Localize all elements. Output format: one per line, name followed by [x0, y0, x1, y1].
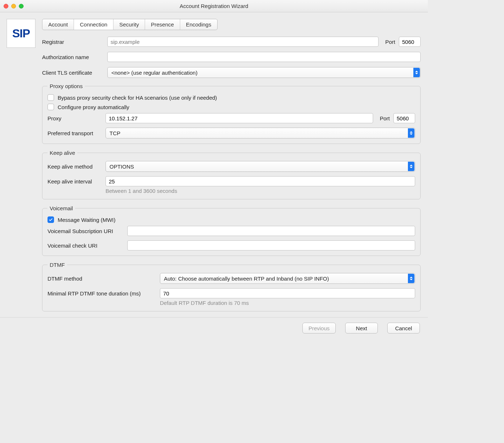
keepalive-method-select[interactable]: OPTIONS — [106, 161, 415, 172]
hint-dtmf: Default RTP DTMF duration is 70 ms — [160, 300, 415, 306]
proxy-port-input[interactable] — [393, 113, 415, 123]
row-auto-proxy: Configure proxy automatically — [47, 104, 415, 110]
label-tls: Client TLS certificate — [42, 70, 104, 76]
keepalive-method-value: OPTIONS — [110, 163, 134, 170]
label-keepalive-interval: Keep alive interval — [47, 178, 102, 185]
row-dtmf-tone: Minimal RTP DTMF tone duration (ms) — [47, 288, 415, 298]
proxy-input[interactable] — [106, 113, 373, 123]
checkbox-mwi[interactable] — [47, 216, 54, 223]
dropdown-stepper-icon — [408, 162, 414, 171]
footer: Previous Next Cancel — [0, 317, 428, 341]
dtmf-tone-input[interactable] — [160, 288, 415, 298]
group-voicemail: Voicemail Message Waiting (MWI) Voicemai… — [42, 205, 421, 256]
label-proxy-port: Port — [380, 115, 390, 121]
keepalive-interval-input[interactable] — [106, 176, 415, 186]
form-area: Registrar Port Authorization name Client… — [42, 37, 421, 311]
legend-voicemail: Voicemail — [47, 205, 75, 211]
tab-account[interactable]: Account — [42, 19, 74, 30]
group-proxy-options: Proxy options Bypass proxy security chec… — [42, 83, 421, 144]
previous-button[interactable]: Previous — [302, 323, 336, 334]
dropdown-stepper-icon — [408, 274, 414, 283]
checkbox-auto-proxy[interactable] — [47, 104, 54, 110]
dtmf-method-select[interactable]: Auto: Choose automatically between RTP a… — [160, 273, 415, 284]
row-keepalive-method: Keep alive method OPTIONS — [47, 161, 415, 172]
legend-dtmf: DTMF — [47, 262, 67, 268]
row-keepalive-interval: Keep alive interval — [47, 176, 415, 186]
dropdown-stepper-icon — [408, 128, 414, 138]
group-keepalive: Keep alive Keep alive method OPTIONS Kee… — [42, 150, 421, 199]
window-title: Account Registration Wizard — [4, 3, 424, 9]
row-bypass: Bypass proxy security check for HA scena… — [47, 94, 415, 101]
label-registrar: Registrar — [42, 39, 104, 45]
tls-select[interactable]: <none> (use regular authentication) — [107, 67, 421, 78]
row-dtmf-method: DTMF method Auto: Choose automatically b… — [47, 273, 415, 284]
legend-keepalive: Keep alive — [47, 150, 77, 156]
label-keepalive-method: Keep alive method — [47, 163, 102, 170]
checkbox-bypass[interactable] — [47, 94, 54, 101]
label-dtmf-method: DTMF method — [47, 276, 156, 282]
tab-presence[interactable]: Presence — [145, 19, 180, 30]
auth-input[interactable] — [107, 52, 421, 62]
tab-encodings[interactable]: Encodings — [180, 19, 217, 30]
close-icon[interactable] — [4, 4, 8, 8]
sip-logo: SIP — [7, 19, 36, 48]
main-panel: Account Connection Security Presence Enc… — [42, 19, 421, 317]
registrar-input[interactable] — [107, 37, 379, 47]
check-icon — [49, 218, 53, 222]
window-controls — [4, 4, 24, 8]
label-transport: Preferred transport — [47, 130, 102, 136]
cancel-button[interactable]: Cancel — [387, 323, 420, 334]
tab-security[interactable]: Security — [113, 19, 145, 30]
voicemail-check-input[interactable] — [127, 240, 415, 251]
hint-keepalive: Between 1 and 3600 seconds — [106, 188, 415, 194]
row-tls: Client TLS certificate <none> (use regul… — [42, 67, 421, 78]
label-auth: Authorization name — [42, 54, 104, 60]
tab-bar: Account Connection Security Presence Enc… — [42, 19, 218, 30]
row-proxy: Proxy Port — [47, 113, 415, 123]
row-voicemail-sub: Voicemail Subscription URI — [47, 226, 415, 236]
voicemail-sub-input[interactable] — [127, 226, 415, 236]
next-button[interactable]: Next — [345, 323, 378, 334]
label-mwi: Message Waiting (MWI) — [58, 217, 115, 223]
legend-proxy-options: Proxy options — [47, 83, 85, 89]
transport-select[interactable]: TCP — [106, 128, 415, 138]
dtmf-method-value: Auto: Choose automatically between RTP a… — [164, 276, 329, 282]
label-dtmf-tone: Minimal RTP DTMF tone duration (ms) — [47, 290, 156, 297]
body: SIP Account Connection Security Presence… — [0, 12, 428, 317]
label-registrar-port: Port — [385, 39, 395, 45]
label-bypass: Bypass proxy security check for HA scena… — [58, 95, 217, 101]
label-auto-proxy: Configure proxy automatically — [58, 104, 129, 110]
label-proxy: Proxy — [47, 115, 102, 121]
label-voicemail-check: Voicemail check URI — [47, 243, 124, 249]
row-transport: Preferred transport TCP — [47, 128, 415, 138]
sip-logo-text: SIP — [12, 27, 30, 40]
group-dtmf: DTMF DTMF method Auto: Choose automatica… — [42, 262, 421, 311]
transport-select-value: TCP — [110, 130, 120, 136]
tls-select-value: <none> (use regular authentication) — [111, 70, 198, 76]
label-voicemail-sub: Voicemail Subscription URI — [47, 228, 124, 234]
logo-column: SIP — [7, 19, 36, 317]
window: Account Registration Wizard SIP Account … — [0, 0, 428, 341]
dropdown-stepper-icon — [413, 68, 420, 77]
registrar-port-input[interactable] — [399, 37, 421, 47]
row-auth: Authorization name — [42, 52, 421, 62]
titlebar: Account Registration Wizard — [0, 0, 428, 12]
tab-connection[interactable]: Connection — [74, 19, 113, 30]
row-voicemail-check: Voicemail check URI — [47, 240, 415, 251]
row-registrar: Registrar Port — [42, 37, 421, 47]
zoom-icon[interactable] — [19, 4, 24, 8]
minimize-icon[interactable] — [11, 4, 16, 8]
row-mwi: Message Waiting (MWI) — [47, 216, 415, 223]
